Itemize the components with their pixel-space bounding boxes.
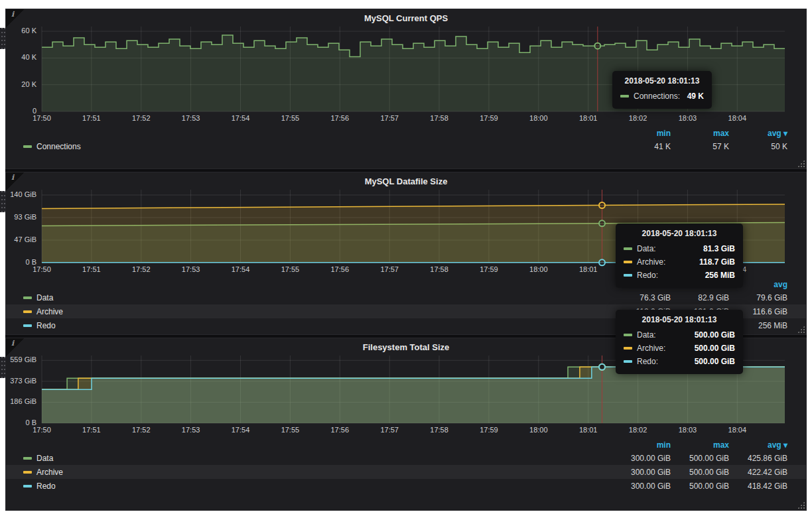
tooltip-timestamp: 2018-05-20 18:01:13 [620, 76, 704, 86]
legend-stat-value: 500.00 GiB [671, 482, 729, 491]
legend-sort-avg[interactable]: avg ▾ [729, 129, 787, 138]
legend-row: Connections41 K57 K50 K [6, 139, 806, 153]
x-tick-label: 18:02 [629, 114, 647, 122]
y-axis: 020 K40 K60 K [6, 27, 42, 111]
x-tick-label: 18:01 [579, 265, 598, 273]
tooltip-series-row: Redo:500.00 GiB [624, 355, 735, 368]
tooltip-series-value: 118.7 GiB [699, 257, 735, 267]
legend-row: Redo300.00 GiB500.00 GiB418.42 GiB [6, 479, 806, 493]
legend-sort-avg[interactable]: avg ▾ [729, 440, 787, 450]
tooltip-series-value: 500.00 GiB [695, 330, 735, 340]
tooltip-mysql-datafile-size: 2018-05-20 18:01:13 Data:81.3 GiBArchive… [616, 224, 743, 288]
series-color-dash-icon [624, 261, 632, 263]
legend-stat-value: 79.6 GiB [729, 293, 787, 302]
panel-info-icon[interactable]: i [6, 9, 25, 28]
legend-series-label[interactable]: Data [23, 293, 612, 302]
crosshair-point-marker [599, 364, 605, 370]
series-color-dash-icon [23, 145, 32, 148]
panel-resize-handle[interactable] [797, 501, 805, 509]
legend-stat-value: 500.00 GiB [671, 468, 729, 477]
panel-title[interactable]: MySQL Datafile Size [365, 176, 448, 186]
x-tick-label: 17:56 [331, 114, 350, 122]
y-tick-label: 93 GiB [14, 213, 36, 221]
y-tick-label: 140 GiB [10, 190, 36, 198]
series-fill-redo [42, 367, 785, 423]
legend-sort-min[interactable]: min [612, 440, 671, 450]
y-tick-label: 186 GiB [10, 397, 36, 405]
series-color-dash-icon [23, 457, 32, 460]
legend-series-label[interactable]: Archive [23, 468, 612, 477]
legend-series-label[interactable]: Redo [23, 321, 612, 330]
legend-stat-value: 82.9 GiB [671, 293, 729, 302]
tooltip-series-value: 500.00 GiB [695, 344, 735, 353]
legend-sort-max[interactable]: max [671, 440, 729, 450]
x-tick-label: 17:50 [33, 265, 51, 273]
tooltip-series-row: Redo:256 MiB [624, 269, 735, 282]
legend: minmaxavg ▾ Data300.00 GiB500.00 GiB425.… [6, 440, 806, 493]
tooltip-series-name: Data: [637, 330, 656, 340]
x-tick-label: 18:01 [579, 426, 598, 434]
x-tick-label: 17:53 [182, 426, 200, 434]
series-color-dash-icon [620, 95, 629, 98]
legend-series-label[interactable]: Redo [23, 482, 612, 491]
crosshair-point-marker [599, 202, 605, 208]
x-tick-label: 17:54 [232, 114, 250, 122]
series-color-dash-icon [23, 296, 32, 299]
x-axis: 17:5017:5117:5217:5317:5417:5517:5617:57… [42, 113, 785, 124]
series-color-dash-icon [624, 360, 632, 363]
row-drag-handle[interactable] [0, 191, 6, 212]
x-tick-label: 18:03 [679, 114, 697, 122]
legend-stat-value: 300.00 GiB [612, 454, 671, 463]
legend-stat-value: 57 K [671, 142, 729, 151]
x-tick-label: 18:04 [728, 426, 747, 434]
x-tick-label: 17:54 [232, 426, 250, 434]
tooltip-series-name: Data: [637, 244, 656, 253]
x-tick-label: 17:52 [132, 426, 151, 434]
x-tick-label: 17:59 [480, 265, 498, 273]
row-drag-handle[interactable] [0, 28, 6, 49]
panel-title[interactable]: MySQL Current QPS [364, 13, 448, 23]
x-tick-label: 17:58 [430, 426, 448, 434]
legend-row: Data76.3 GiB82.9 GiB79.6 GiB [6, 291, 806, 304]
series-color-dash-icon [23, 471, 32, 474]
tooltip-timestamp: 2018-05-20 18:01:13 [624, 229, 735, 238]
x-tick-label: 17:50 [33, 426, 51, 434]
legend-sort-min[interactable]: min [612, 129, 671, 138]
y-tick-label: 47 GiB [14, 235, 36, 243]
y-tick-label: 20 K [21, 80, 36, 88]
tooltip-series-name: Redo: [637, 271, 658, 280]
panel-info-icon[interactable]: i [6, 338, 25, 357]
x-tick-label: 17:57 [380, 265, 399, 273]
tooltip-series-value: 500.00 GiB [695, 357, 735, 366]
legend-rows: Connections41 K57 K50 K [6, 139, 806, 153]
x-tick-label: 17:51 [82, 265, 101, 273]
panel-resize-handle[interactable] [797, 160, 805, 167]
x-tick-label: 17:56 [331, 426, 350, 434]
tooltip-series-value: 49 K [687, 92, 704, 101]
legend-stat-value: 418.42 GiB [729, 482, 787, 491]
info-icon: i [11, 173, 14, 182]
x-tick-label: 17:55 [281, 114, 300, 122]
legend: minmaxavg ▾ Connections41 K57 K50 K [6, 129, 806, 153]
x-tick-label: 17:53 [182, 114, 200, 122]
legend-series-label[interactable]: Data [23, 454, 612, 463]
panel-title[interactable]: Filesystem Total Size [363, 342, 450, 352]
tooltip-series-row: Connections:49 K [620, 90, 704, 103]
tooltip-rows: Data:500.00 GiBArchive:500.00 GiBRedo:50… [624, 328, 735, 368]
legend-sort-max[interactable]: max [671, 129, 729, 138]
x-tick-label: 17:51 [82, 426, 101, 434]
legend-stat-value: 41 K [612, 142, 671, 151]
series-color-dash-icon [23, 310, 32, 313]
x-tick-label: 17:54 [232, 265, 250, 273]
legend-series-label[interactable]: Connections [23, 142, 612, 151]
row-drag-handle[interactable] [0, 357, 6, 378]
panel-info-icon[interactable]: i [6, 172, 25, 191]
crosshair-point-marker [599, 220, 605, 226]
legend-series-label[interactable]: Archive [23, 307, 612, 316]
x-axis: 17:5017:5117:5217:5317:5417:5517:5617:57… [42, 424, 785, 436]
legend-stat-value: 76.3 GiB [612, 293, 671, 302]
tooltip-series-value: 81.3 GiB [703, 244, 735, 253]
x-tick-label: 17:59 [480, 426, 498, 434]
legend-row: Data300.00 GiB500.00 GiB425.86 GiB [6, 451, 806, 465]
x-tick-label: 17:58 [430, 114, 448, 122]
